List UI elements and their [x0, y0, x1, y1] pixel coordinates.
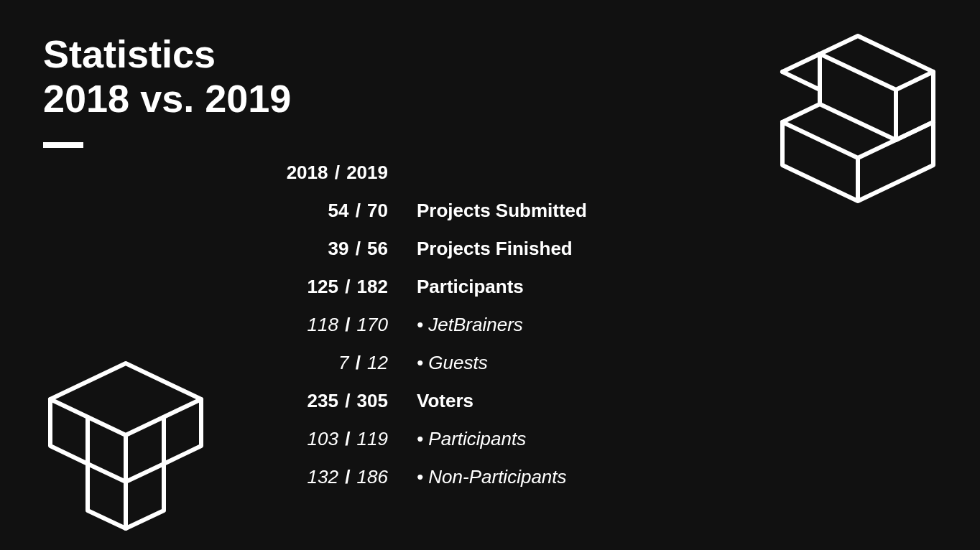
row-label: Participants [417, 428, 526, 450]
row-label: Guests [417, 352, 488, 374]
value-slash: / [338, 428, 357, 449]
row-label: Participants [417, 276, 524, 298]
value-slash: / [338, 314, 357, 335]
value-2018: 235 [308, 390, 338, 411]
table-header: 2018 / 2019 [273, 162, 587, 184]
value-2019: 12 [367, 352, 388, 373]
table-row: 7 / 12Guests [273, 352, 587, 374]
value-slash: / [338, 276, 357, 297]
header-year-left: 2018 [287, 162, 328, 183]
row-values: 103 / 119 [273, 428, 417, 450]
table-row: 54 / 70Projects Submitted [273, 200, 587, 222]
row-values: 235 / 305 [273, 390, 417, 412]
value-2019: 182 [357, 276, 388, 297]
value-slash: / [338, 390, 357, 411]
row-label: Projects Finished [417, 238, 573, 260]
value-2019: 170 [357, 314, 388, 335]
table-row: 103 / 119Participants [273, 428, 587, 450]
slide-title: Statistics 2018 vs. 2019 [43, 32, 291, 121]
row-values: 7 / 12 [273, 352, 417, 374]
header-slash: / [328, 162, 346, 183]
row-label: JetBrainers [417, 314, 523, 336]
title-line-1: Statistics [43, 32, 216, 75]
table-row: 132 / 186Non-Participants [273, 466, 587, 488]
value-2018: 39 [328, 238, 348, 259]
value-2018: 118 [308, 314, 338, 335]
table-row: 39 / 56Projects Finished [273, 238, 587, 260]
value-slash: / [338, 466, 357, 488]
stats-table: 2018 / 2019 54 / 70Projects Submitted39 … [273, 162, 587, 504]
row-values: 118 / 170 [273, 314, 417, 336]
value-2018: 132 [308, 466, 338, 488]
table-row: 118 / 170JetBrainers [273, 314, 587, 336]
row-label: Non-Participants [417, 466, 567, 488]
value-2018: 103 [308, 428, 338, 449]
value-2019: 305 [357, 390, 388, 411]
value-2018: 125 [308, 276, 338, 297]
header-years: 2018 / 2019 [273, 162, 417, 184]
title-line-2: 2018 vs. 2019 [43, 77, 291, 120]
value-slash: / [348, 238, 367, 259]
row-values: 125 / 182 [273, 276, 417, 298]
row-values: 39 / 56 [273, 238, 417, 260]
value-2019: 70 [367, 200, 388, 221]
cube-icon-bottom [43, 356, 208, 528]
value-2018: 54 [328, 200, 348, 221]
cube-icon-top [775, 29, 940, 208]
row-values: 132 / 186 [273, 466, 417, 488]
value-2019: 186 [357, 466, 388, 488]
value-2018: 7 [338, 352, 348, 373]
title-underline [43, 142, 83, 148]
table-row: 125 / 182Participants [273, 276, 587, 298]
table-row: 235 / 305Voters [273, 390, 587, 412]
row-label: Voters [417, 390, 473, 412]
value-slash: / [348, 352, 367, 373]
value-2019: 56 [367, 238, 388, 259]
header-year-right: 2019 [346, 162, 388, 183]
value-2019: 119 [357, 428, 388, 449]
value-slash: / [348, 200, 367, 221]
row-label: Projects Submitted [417, 200, 587, 222]
row-values: 54 / 70 [273, 200, 417, 222]
